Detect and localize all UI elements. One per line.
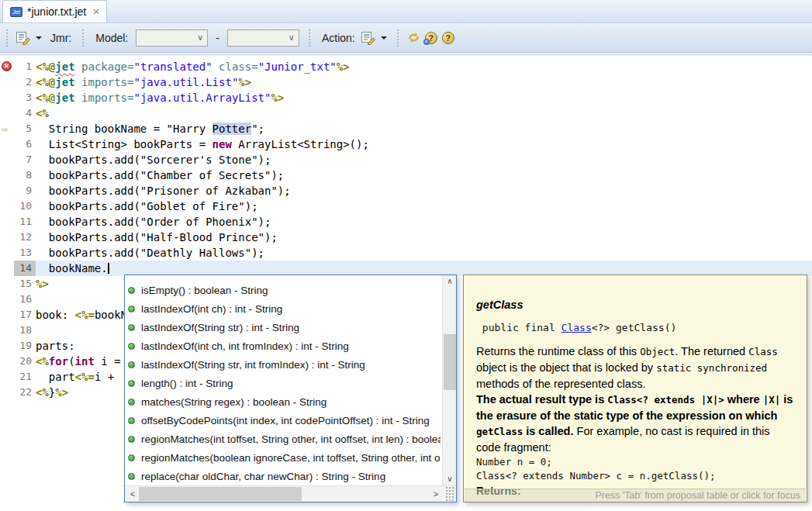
annotation-ruler-cell — [0, 167, 14, 183]
text-caret — [108, 263, 109, 274]
code-line: 14 bookName. — [0, 261, 812, 276]
resize-grip[interactable] — [444, 487, 455, 501]
code-line-text[interactable]: bookName. — [36, 261, 812, 276]
error-marker-icon[interactable]: ✕ — [2, 61, 12, 71]
jmr-dropdown-caret[interactable] — [36, 36, 42, 40]
web-badge-icon — [423, 39, 430, 45]
line-number: 12 — [14, 230, 36, 245]
action-label: Action: — [322, 32, 355, 44]
action-dropdown-caret[interactable] — [381, 36, 387, 40]
javadoc-paragraph: Returns the runtime class of this Object… — [476, 344, 796, 392]
line-number: 10 — [14, 199, 36, 214]
code-line: 8 bookParts.add("Chamber of Secrets"); — [0, 167, 812, 183]
line-number: 5 — [14, 121, 36, 136]
completion-item[interactable]: isEmpty() : boolean - String — [128, 281, 441, 299]
line-number: 7 — [14, 152, 36, 167]
line-number: 18 — [14, 323, 36, 338]
annotation-ruler-cell — [0, 292, 14, 307]
code-line-text[interactable]: bookParts.add("Half-Blood Prince"); — [36, 230, 812, 245]
chevron-down-icon: ∨ — [289, 33, 295, 43]
jmr-label: Jmr: — [50, 32, 71, 44]
sync-icon[interactable] — [406, 29, 423, 47]
line-number: 6 — [14, 136, 36, 152]
code-line-text[interactable]: bookParts.add("Order of Phoenix"); — [36, 214, 812, 230]
scroll-left-icon[interactable]: < — [126, 486, 139, 502]
line-number: 1 — [14, 59, 36, 74]
vertical-scrollbar-thumb[interactable] — [444, 334, 456, 390]
completion-item-label: lastIndexOf(int ch, int fromIndex) : int… — [141, 340, 349, 352]
public-method-icon — [128, 343, 135, 350]
scroll-down-icon[interactable]: ∨ — [443, 473, 457, 485]
code-line-text[interactable]: List<String> bookParts = new ArrayList<S… — [36, 136, 812, 152]
scroll-right-icon[interactable]: > — [430, 486, 442, 502]
chevron-down-icon: ∨ — [197, 33, 203, 43]
javadoc-popup[interactable]: getClass public final Class<?> getClass(… — [463, 274, 807, 502]
toolbar-separator — [82, 29, 85, 47]
model-combobox-2[interactable]: ∨ — [227, 29, 299, 47]
completion-item[interactable]: lastIndexOf(String str) : int - String — [128, 318, 441, 337]
vertical-scrollbar[interactable]: ∧ ∨ — [442, 275, 456, 485]
code-line-text[interactable]: <%@jet imports="java.util.ArrayList"%> — [36, 90, 812, 105]
action-icon[interactable] — [360, 29, 377, 47]
code-line-text[interactable]: <% — [36, 105, 812, 121]
toolbar-handle — [6, 29, 9, 47]
completion-item[interactable]: offsetByCodePoints(int index, int codePo… — [128, 411, 441, 430]
annotation-ruler-cell — [0, 214, 14, 230]
tab-close-icon[interactable]: ✕ — [92, 7, 99, 17]
code-line-text[interactable]: bookParts.add("Sorcerer's Stone"); — [36, 152, 812, 167]
completion-item[interactable]: regionMatches(boolean ignoreCase, int to… — [128, 448, 441, 467]
completion-item[interactable]: lastIndexOf(String str, int fromIndex) :… — [128, 355, 441, 374]
completion-item[interactable]: length() : int - String — [128, 374, 441, 392]
completion-item[interactable]: lastIndexOf(int ch) : int - String — [128, 299, 441, 318]
line-number: 14 — [14, 261, 36, 276]
annotation-ruler-cell — [0, 152, 14, 167]
horizontal-scrollbar[interactable]: < > — [125, 485, 456, 502]
line-number: 11 — [14, 214, 36, 230]
completion-item[interactable]: lastIndexOf(int ch, int fromIndex) : int… — [128, 337, 441, 355]
editor-window: Jet *junior.txt.jet ✕ Jmr: Model: ∨ - — [0, 0, 812, 511]
code-line-text[interactable]: bookParts.add("Chamber of Secrets"); — [36, 167, 812, 183]
completion-item-label: offsetByCodePoints(int index, int codePo… — [141, 415, 430, 426]
code-line-text[interactable]: String bookName = "Harry Potter"; — [36, 121, 812, 136]
dynamic-help-icon[interactable]: ? — [423, 29, 440, 47]
code-line-text[interactable]: <%@jet imports="java.util.List"%> — [36, 74, 812, 90]
content-assist-popup[interactable]: isEmpty() : boolean - StringlastIndexOf(… — [124, 274, 457, 502]
code-line-text[interactable]: bookParts.add("Goblet of Fire"); — [36, 199, 812, 214]
completion-item[interactable]: regionMatches(int toffset, String other,… — [128, 430, 441, 448]
class-link[interactable]: Class — [561, 322, 592, 333]
tab-title: *junior.txt.jet — [27, 5, 86, 18]
completion-item[interactable]: replace(char oldChar, char newChar) : St… — [128, 467, 441, 484]
code-line-text[interactable]: bookParts.add("Deathly Hallows"); — [36, 245, 812, 261]
line-number: 8 — [14, 167, 36, 183]
completion-item-label: lastIndexOf(String str) : int - String — [141, 322, 299, 333]
model-combobox-1[interactable]: ∨ — [136, 29, 208, 47]
line-number: 16 — [14, 292, 36, 307]
annotation-ruler-cell — [0, 245, 14, 261]
code-line-text[interactable]: <%@jet package="translated" class="Junio… — [36, 59, 812, 74]
javadoc-body: Returns the runtime class of this Object… — [476, 344, 796, 455]
last-edit-arrow-icon: ⇨ — [2, 121, 8, 136]
completion-item-label: matches(String regex) : boolean - String — [141, 396, 327, 408]
annotation-ruler-cell — [0, 230, 14, 245]
code-line: 10 bookParts.add("Goblet of Fire"); — [0, 199, 812, 214]
help-icon[interactable]: ? — [440, 29, 457, 47]
horizontal-scrollbar-thumb[interactable] — [139, 487, 302, 501]
javadoc-paragraph: The actual result type is Class<? extend… — [476, 392, 796, 455]
scroll-up-icon[interactable]: ∧ — [443, 275, 457, 288]
code-line: 6 List<String> bookParts = new ArrayList… — [0, 136, 812, 152]
completion-item[interactable]: matches(String regex) : boolean - String — [128, 392, 441, 411]
line-number: 13 — [14, 245, 36, 261]
public-method-icon — [128, 324, 135, 331]
code-line: 7 bookParts.add("Sorcerer's Stone"); — [0, 152, 812, 167]
public-method-icon — [128, 436, 135, 443]
javadoc-signature: public final Class<?> getClass() — [476, 322, 796, 333]
annotation-ruler-cell — [0, 354, 14, 369]
code-line: 4<% — [0, 105, 812, 121]
code-line-text[interactable]: bookParts.add("Prisoner of Azkaban"); — [36, 183, 812, 199]
completion-item-label: lastIndexOf(int ch) : int - String — [141, 303, 282, 315]
jmr-action-icon[interactable] — [15, 29, 32, 47]
line-number: 4 — [14, 105, 36, 121]
tab-junior-txt-jet[interactable]: Jet *junior.txt.jet ✕ — [2, 0, 107, 22]
popup-focus-hint: Press 'Tab' from proposal table or click… — [465, 489, 806, 502]
code-line: 3<%@jet imports="java.util.ArrayList"%> — [0, 90, 812, 105]
